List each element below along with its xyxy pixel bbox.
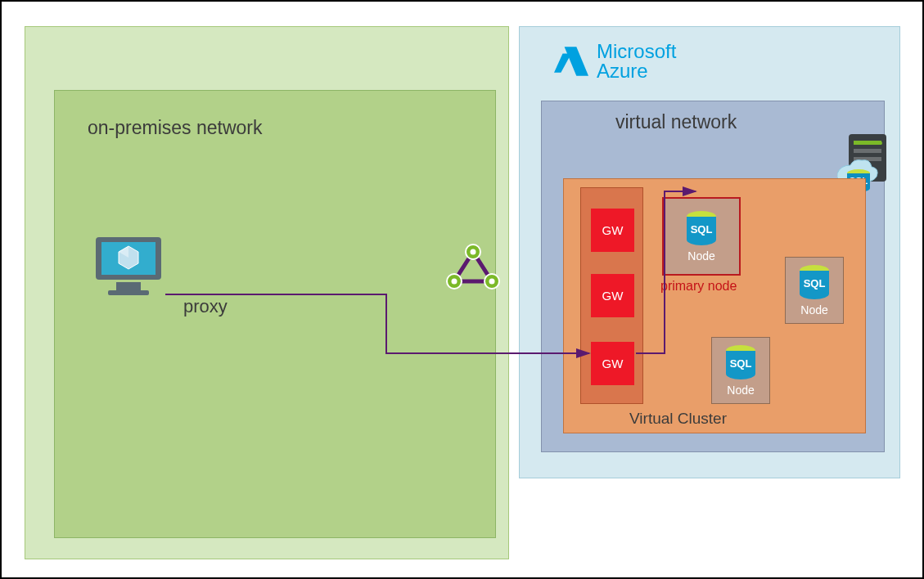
node-box-2: SQL Node — [785, 257, 844, 324]
onprem-label: on-premises network — [88, 117, 262, 139]
vcluster-label: Virtual Cluster — [629, 410, 727, 428]
sql-db-icon: SQL — [683, 210, 720, 248]
vnet-label: virtual network — [615, 111, 737, 133]
azure-brand-line2: Azure — [597, 61, 676, 81]
azure-triangle-icon — [554, 47, 588, 76]
azure-brand-line1: Microsoft — [597, 42, 676, 61]
svg-rect-16 — [854, 149, 881, 153]
svg-point-18 — [879, 141, 882, 145]
svg-text:SQL: SQL — [730, 357, 752, 370]
virtual-cluster-box: Virtual Cluster GW GW GW SQL Node primar… — [563, 178, 866, 433]
computer-icon — [92, 233, 165, 302]
azure-logo: Microsoft Azure — [554, 42, 676, 81]
svg-marker-13 — [554, 54, 571, 73]
primary-node-label: primary node — [660, 279, 737, 294]
node-label: Node — [800, 303, 827, 316]
svg-point-9 — [471, 249, 476, 255]
svg-point-11 — [489, 279, 495, 285]
node-label: Node — [727, 384, 754, 397]
svg-point-10 — [452, 279, 457, 285]
svg-marker-12 — [565, 47, 588, 76]
svg-rect-2 — [116, 282, 141, 290]
primary-node-box: SQL Node — [662, 197, 741, 276]
gateway-stack: GW GW GW — [580, 187, 643, 404]
svg-point-33 — [726, 368, 755, 379]
svg-point-29 — [800, 288, 829, 299]
node-label: Node — [687, 249, 714, 263]
gateway-box-3: GW — [591, 342, 634, 385]
sql-db-icon: SQL — [796, 264, 833, 302]
svg-text:SQL: SQL — [691, 223, 713, 236]
azure-text: Microsoft Azure — [597, 42, 676, 81]
load-balancer-icon — [444, 242, 502, 296]
azure-region: Microsoft Azure virtual network SQL — [519, 26, 900, 478]
gateway-box-2: GW — [591, 274, 634, 317]
proxy-label: proxy — [183, 296, 228, 317]
sql-db-icon: SQL — [722, 344, 759, 382]
diagram-canvas: on-premises network proxy — [0, 0, 924, 579]
svg-rect-15 — [854, 141, 881, 145]
node-box-3: SQL Node — [711, 337, 770, 404]
onprem-inner-box: on-premises network — [54, 90, 496, 538]
svg-text:SQL: SQL — [804, 277, 826, 290]
gateway-box-1: GW — [591, 209, 634, 252]
svg-rect-3 — [108, 290, 149, 295]
svg-point-25 — [687, 234, 716, 245]
virtual-network-box: virtual network SQL Virtual Cluster — [541, 101, 885, 452]
